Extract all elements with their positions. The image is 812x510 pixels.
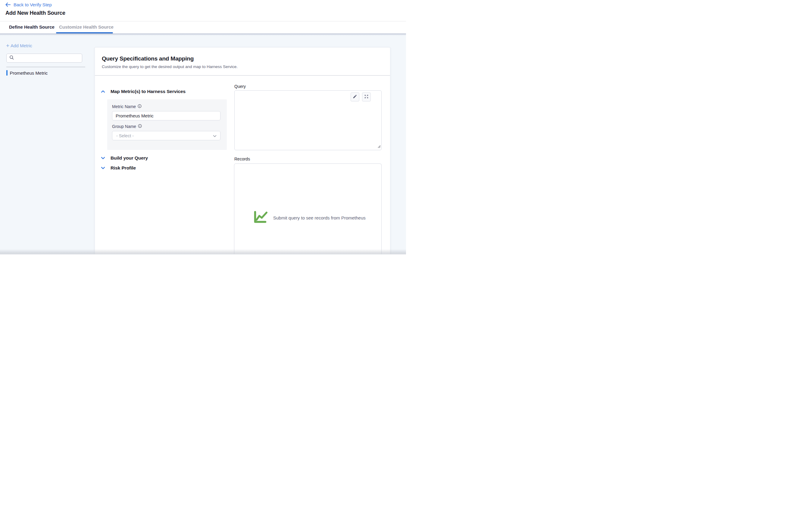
plus-icon: + bbox=[6, 43, 9, 48]
add-metric-button[interactable]: + Add Metric bbox=[6, 43, 32, 48]
metrics-sidebar: + Add Metric Prometheus Metric bbox=[0, 33, 94, 255]
expand-query-button[interactable] bbox=[362, 92, 371, 101]
expand-icon bbox=[364, 94, 369, 100]
query-label: Query bbox=[234, 84, 246, 89]
tab-customize-health-source[interactable]: Customize Health Source bbox=[59, 21, 114, 32]
back-link[interactable]: Back to Verify Step bbox=[5, 2, 52, 7]
query-specifications-card: Query Specifications and Mapping Customi… bbox=[94, 47, 390, 255]
section-risk-profile-label: Risk Profile bbox=[111, 165, 136, 171]
section-build-your-query-label: Build your Query bbox=[111, 155, 148, 161]
sidebar-item-prometheus-metric[interactable]: Prometheus Metric bbox=[0, 68, 90, 78]
info-icon[interactable] bbox=[138, 104, 142, 109]
info-icon[interactable] bbox=[138, 124, 142, 129]
tab-define-label: Define Health Source bbox=[9, 24, 55, 30]
pencil-icon bbox=[353, 94, 357, 100]
card-title: Query Specifications and Mapping bbox=[102, 55, 194, 62]
card-subtitle: Customize the query to get the desired o… bbox=[102, 64, 238, 69]
records-label: Records bbox=[234, 156, 250, 161]
section-map-metrics-label: Map Metric(s) to Harness Services bbox=[111, 89, 185, 94]
query-editor bbox=[234, 90, 382, 150]
tab-define-health-source[interactable]: Define Health Source bbox=[9, 21, 55, 32]
records-empty-message: Submit query to see records from Prometh… bbox=[273, 215, 366, 220]
metric-name-label: Metric Name bbox=[112, 104, 142, 109]
add-metric-label: Add Metric bbox=[10, 43, 32, 48]
group-name-select-value: - Select - bbox=[112, 133, 213, 138]
bottom-edge-shadow bbox=[0, 249, 406, 254]
chevron-down-icon bbox=[101, 155, 105, 161]
group-name-select[interactable]: - Select - bbox=[112, 131, 221, 140]
line-chart-icon bbox=[254, 211, 269, 224]
section-build-your-query[interactable]: Build your Query bbox=[101, 155, 148, 161]
page-header: Back to Verify Step Add New Health Sourc… bbox=[0, 0, 406, 33]
metric-name-label-text: Metric Name bbox=[112, 104, 136, 109]
search-input[interactable] bbox=[14, 56, 82, 61]
group-name-label-text: Group Name bbox=[112, 124, 136, 129]
sidebar-divider bbox=[6, 67, 85, 67]
group-name-label: Group Name bbox=[112, 124, 142, 129]
metric-search-box bbox=[6, 54, 82, 63]
add-health-source-screen: Back to Verify Step Add New Health Sourc… bbox=[0, 0, 406, 255]
chevron-down-icon bbox=[101, 165, 105, 171]
back-link-label: Back to Verify Step bbox=[13, 2, 52, 7]
chevron-up-icon bbox=[101, 89, 105, 94]
metric-item-label: Prometheus Metric bbox=[10, 70, 48, 76]
records-panel: Submit query to see records from Prometh… bbox=[234, 163, 382, 255]
arrow-left-icon bbox=[5, 2, 10, 7]
chevron-down-icon bbox=[213, 133, 220, 139]
search-icon bbox=[7, 55, 14, 61]
tab-customize-label: Customize Health Source bbox=[59, 24, 114, 30]
active-tab-underline bbox=[56, 32, 113, 33]
bottom-edge-strip bbox=[0, 254, 406, 255]
edit-query-button[interactable] bbox=[351, 92, 359, 101]
metric-name-input[interactable] bbox=[112, 111, 221, 120]
section-risk-profile[interactable]: Risk Profile bbox=[101, 165, 136, 171]
card-divider bbox=[95, 75, 390, 76]
header-shadow bbox=[0, 33, 406, 35]
selected-indicator-bar bbox=[6, 70, 7, 76]
section-map-metrics[interactable]: Map Metric(s) to Harness Services bbox=[101, 89, 185, 94]
records-empty-state: Submit query to see records from Prometh… bbox=[254, 211, 366, 224]
page-title: Add New Health Source bbox=[5, 10, 65, 16]
resize-grip-icon[interactable] bbox=[377, 144, 381, 149]
